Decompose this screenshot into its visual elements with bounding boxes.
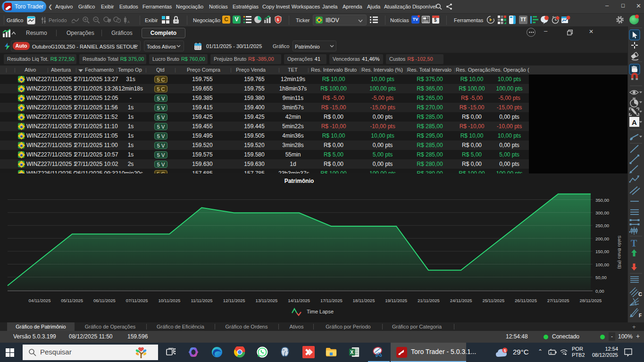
svg-text:11/11/2025: 11/11/2025 bbox=[191, 298, 212, 303]
svg-text:05/11/2025: 05/11/2025 bbox=[61, 298, 83, 303]
svg-text:F: F bbox=[639, 313, 642, 318]
svg-text:26/11/2025: 26/11/2025 bbox=[515, 298, 537, 303]
svg-text:50,00: 50,00 bbox=[595, 275, 607, 280]
svg-text:$: $ bbox=[277, 17, 279, 22]
svg-text:10/11/2025: 10/11/2025 bbox=[158, 298, 180, 303]
svg-text:A: A bbox=[632, 118, 637, 126]
svg-text:27/11/2025: 27/11/2025 bbox=[547, 298, 569, 303]
svg-text:12/11/2025: 12/11/2025 bbox=[223, 298, 245, 303]
svg-text:5: 5 bbox=[504, 348, 506, 353]
svg-text:250,00: 250,00 bbox=[595, 223, 609, 228]
svg-text:350,00: 350,00 bbox=[595, 197, 609, 203]
svg-text:07/11/2025: 07/11/2025 bbox=[126, 298, 148, 303]
svg-text:x: x bbox=[550, 351, 552, 354]
svg-text:C: C bbox=[638, 291, 642, 297]
svg-text:21/11/2025: 21/11/2025 bbox=[418, 298, 440, 303]
svg-text:06/11/2025: 06/11/2025 bbox=[93, 298, 116, 303]
svg-text:17/11/2025: 17/11/2025 bbox=[320, 298, 343, 303]
svg-text:A: A bbox=[127, 20, 130, 24]
svg-text:X: X bbox=[350, 349, 353, 355]
svg-text:28/11/2025: 28/11/2025 bbox=[579, 298, 602, 303]
svg-text:24/11/2025: 24/11/2025 bbox=[450, 298, 472, 303]
svg-text:Time Lapse: Time Lapse bbox=[307, 309, 334, 314]
svg-text:T: T bbox=[631, 238, 637, 248]
svg-text:19/11/2025: 19/11/2025 bbox=[385, 298, 407, 303]
svg-text:Saldo Bruto (R$): Saldo Bruto (R$) bbox=[617, 236, 622, 269]
svg-text:150,00: 150,00 bbox=[595, 249, 609, 254]
svg-text:300,00: 300,00 bbox=[595, 210, 609, 215]
svg-text:18/11/2025: 18/11/2025 bbox=[353, 298, 375, 303]
svg-text:04/11/2025: 04/11/2025 bbox=[29, 298, 51, 303]
svg-text:25/11/2025: 25/11/2025 bbox=[482, 298, 504, 303]
svg-text:100,00: 100,00 bbox=[595, 262, 609, 267]
svg-text:13/11/2025: 13/11/2025 bbox=[255, 298, 277, 303]
svg-text:14/11/2025: 14/11/2025 bbox=[288, 298, 310, 303]
svg-text:Patrimônio: Patrimônio bbox=[284, 178, 314, 184]
svg-text:200,00: 200,00 bbox=[595, 236, 609, 241]
svg-text:0,00: 0,00 bbox=[595, 288, 604, 294]
